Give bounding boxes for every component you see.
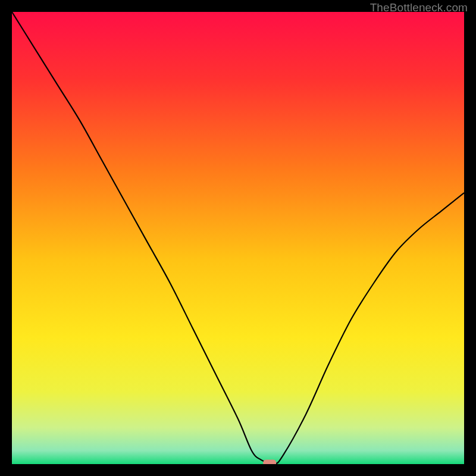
plot-area xyxy=(12,12,464,464)
optimal-marker xyxy=(263,460,276,465)
chart-svg xyxy=(12,12,464,464)
background-gradient xyxy=(12,12,464,464)
chart-container: TheBottleneck.com xyxy=(0,0,476,476)
